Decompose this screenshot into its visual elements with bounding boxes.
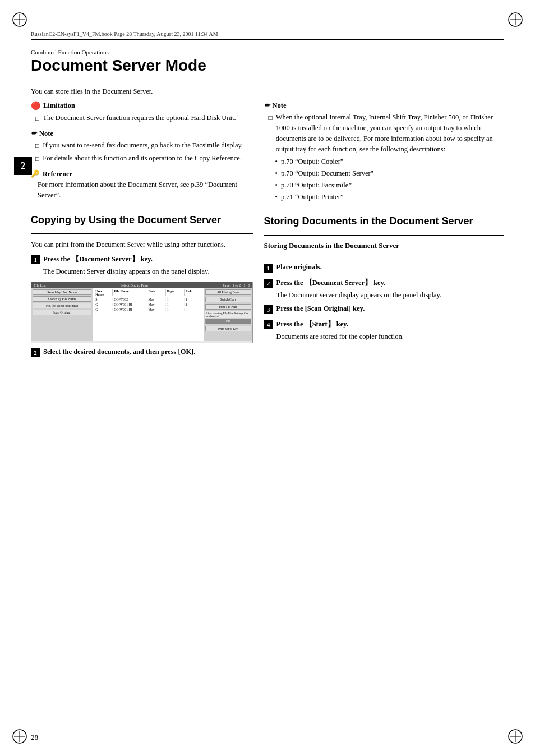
screen-btn-1: Search by File Name bbox=[33, 296, 91, 302]
page-title: Document Server Mode bbox=[31, 56, 504, 75]
storing-step-title-2: Press the 【Document Server】 key. bbox=[276, 278, 504, 288]
screen-right-4: OK bbox=[205, 319, 251, 324]
step-num-2: 2 bbox=[31, 348, 40, 357]
col-filename: File Name bbox=[113, 289, 147, 296]
corner-mark-bl bbox=[11, 728, 28, 745]
copying-section-heading: Copying by Using the Document Server bbox=[31, 214, 253, 227]
storing-step-2: 2 Press the 【Document Server】 key. The D… bbox=[264, 278, 504, 301]
section-divider-storing bbox=[264, 235, 504, 236]
reference-section: 🔑 Reference For more information about t… bbox=[31, 169, 253, 201]
storing-step-title-4: Press the 【Start】 key. bbox=[276, 320, 504, 329]
note-right-title: ✏ Note bbox=[264, 101, 504, 110]
reference-title: 🔑 Reference bbox=[31, 169, 253, 178]
chapter-tab: 2 bbox=[14, 157, 32, 175]
col-pick: Pick bbox=[185, 289, 202, 296]
limitation-list: The Document Server function requires th… bbox=[31, 113, 253, 123]
reference-body: For more information about the Document … bbox=[31, 179, 253, 201]
step-num-1: 1 bbox=[31, 255, 40, 264]
storing-step-4: 4 Press the 【Start】 key. Documents are s… bbox=[264, 320, 504, 342]
storing-step-content-1: Place originals. bbox=[276, 263, 504, 274]
step-content-2: Select the desired documents, and then p… bbox=[43, 348, 253, 358]
storing-step-num-3: 3 bbox=[264, 305, 273, 314]
copying-step-1: 1 Press the 【Document Server】 key. The D… bbox=[31, 255, 253, 277]
storing-step-content-2: Press the 【Document Server】 key. The Doc… bbox=[276, 278, 504, 301]
copying-intro: You can print from the Document Server w… bbox=[31, 239, 253, 250]
note-left-item-0: If you want to re-send fax documents, go… bbox=[35, 140, 253, 151]
section-name: Combined Function Operations bbox=[31, 48, 109, 57]
corner-mark-tl bbox=[11, 11, 28, 28]
storing-step-num-2: 2 bbox=[264, 279, 273, 288]
storing-step-num-4: 4 bbox=[264, 320, 273, 329]
screen-btn-2: No. (re-select originals) bbox=[33, 303, 91, 308]
screen-btn-3: Scan Original bbox=[33, 310, 91, 315]
section-divider-right bbox=[264, 209, 504, 209]
screen-right-5: Print Set to Key bbox=[205, 326, 251, 331]
screen-row-1: G COPY001 BI May 1 1 bbox=[94, 302, 202, 307]
screen-image: File List Select Doc to Print Page 1 to … bbox=[31, 282, 253, 343]
corner-mark-br bbox=[507, 728, 524, 745]
screen-btn-0: Search by User Name bbox=[33, 289, 91, 295]
storing-section-heading: Storing Documents in the Document Server bbox=[264, 215, 504, 228]
section-divider-storing2 bbox=[264, 257, 504, 257]
screen-header-labels: Page 1 to 2 1 0 bbox=[223, 283, 250, 287]
note-left-list: If you want to re-send fax documents, go… bbox=[31, 140, 253, 164]
col-username: User Name bbox=[94, 289, 113, 296]
col-page: Page bbox=[166, 289, 185, 296]
main-content: Document Server Mode You can store files… bbox=[31, 56, 504, 722]
storing-subheading: Storing Documents in the Document Server bbox=[264, 241, 504, 250]
step-content-1: Press the 【Document Server】 key. The Doc… bbox=[43, 255, 253, 277]
bullet-1: p.70 “Output: Document Server” bbox=[275, 168, 504, 179]
note-left-section: ✏ Note If you want to re-send fax docume… bbox=[31, 129, 253, 164]
note-left-icon: ✏ bbox=[31, 129, 36, 138]
limitation-title: 🔴 Limitation bbox=[31, 101, 253, 110]
page: RussianC2-EN-sysF1_V4_FM.book Page 28 Th… bbox=[0, 0, 535, 756]
storing-step-title-3: Press the [Scan Original] key. bbox=[276, 305, 504, 313]
note-right-icon: ✏ bbox=[264, 101, 270, 110]
limitation-section: 🔴 Limitation The Document Server functio… bbox=[31, 101, 253, 123]
storing-step-desc-2: The Document server display appears on t… bbox=[276, 290, 504, 301]
left-column: 🔴 Limitation The Document Server functio… bbox=[31, 101, 253, 362]
bullet-2: p.70 “Output: Facsimile” bbox=[275, 180, 504, 191]
screen-right-2: Print 1 to Page bbox=[205, 304, 251, 310]
storing-step-3: 3 Press the [Scan Original] key. bbox=[264, 305, 504, 315]
section-divider-copying bbox=[31, 233, 253, 234]
note-left-item-1: For details about this function and its … bbox=[35, 153, 253, 164]
step-title-2: Select the desired documents, and then p… bbox=[43, 348, 253, 356]
right-column: ✏ Note When the optional Internal Tray, … bbox=[264, 101, 504, 362]
note-right-item-0: When the optional Internal Tray, Interna… bbox=[269, 112, 504, 154]
screen-row-2: G COPY001 BI May 1 bbox=[94, 307, 202, 312]
section-divider-left bbox=[31, 208, 253, 208]
bullet-0: p.70 “Output: Copier” bbox=[275, 156, 504, 167]
step-title-1: Press the 【Document Server】 key. bbox=[43, 255, 253, 264]
screen-right-3: After selecting File Print Settings Can … bbox=[205, 311, 251, 318]
intro-text: You can store files in the Document Serv… bbox=[31, 86, 504, 97]
note-right-section: ✏ Note When the optional Internal Tray, … bbox=[264, 101, 504, 202]
storing-step-content-4: Press the 【Start】 key. Documents are sto… bbox=[276, 320, 504, 342]
limitation-item: The Document Server function requires th… bbox=[35, 113, 253, 123]
page-number: 28 bbox=[31, 733, 38, 742]
note-right-bullets: p.70 “Output: Copier” p.70 “Output: Docu… bbox=[264, 156, 504, 202]
limitation-icon: 🔴 bbox=[31, 101, 40, 110]
step-desc-1: The Document Server display appears on t… bbox=[43, 266, 253, 277]
storing-step-num-1: 1 bbox=[264, 264, 273, 273]
storing-step-desc-4: Documents are stored for the copier func… bbox=[276, 331, 504, 342]
file-info: RussianC2-EN-sysF1_V4_FM.book Page 28 Th… bbox=[31, 31, 218, 37]
storing-step-title-1: Place originals. bbox=[276, 263, 504, 271]
screen-row-0: S COPY002 May 1 1 bbox=[94, 297, 202, 302]
screen-right-1: Switch Copy bbox=[205, 297, 251, 302]
storing-step-content-3: Press the [Scan Original] key. bbox=[276, 305, 504, 315]
screen-tab1: File List bbox=[34, 283, 46, 287]
reference-icon: 🔑 bbox=[31, 169, 40, 178]
screen-tab2: Select Doc to Print bbox=[121, 283, 148, 287]
copying-step-2: 2 Select the desired documents, and then… bbox=[31, 348, 253, 358]
corner-mark-tr bbox=[507, 11, 524, 28]
screen-right-0: All Printing Done bbox=[205, 289, 251, 295]
two-column-layout: 🔴 Limitation The Document Server functio… bbox=[31, 101, 504, 362]
note-left-title: ✏ Note bbox=[31, 129, 253, 138]
storing-step-1: 1 Place originals. bbox=[264, 263, 504, 274]
note-right-list: When the optional Internal Tray, Interna… bbox=[264, 112, 504, 154]
bullet-3: p.71 “Output: Printer” bbox=[275, 192, 504, 202]
col-date: Date bbox=[147, 289, 166, 296]
page-header: RussianC2-EN-sysF1_V4_FM.book Page 28 Th… bbox=[31, 31, 504, 40]
